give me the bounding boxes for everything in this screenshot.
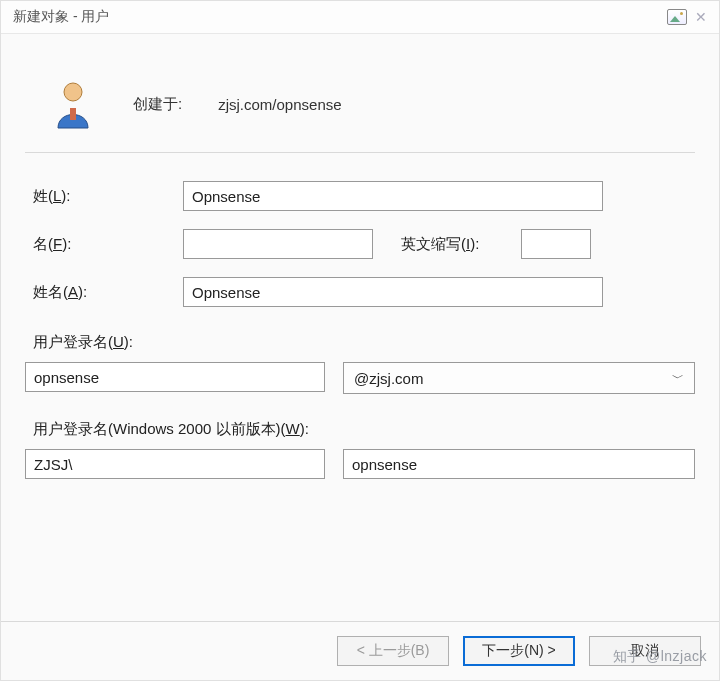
given-input[interactable] [183, 229, 373, 259]
separator [25, 152, 695, 153]
logon-label: 用户登录名(U): [25, 333, 695, 352]
user-icon [49, 75, 97, 133]
back-button: < 上一步(B) [337, 636, 449, 666]
surname-input[interactable] [183, 181, 603, 211]
created-in-label: 创建于: [133, 95, 182, 114]
titlebar: 新建对象 - 用户 ✕ [1, 1, 719, 34]
row-given: 名(F): 英文缩写(I): [25, 229, 695, 259]
initials-label: 英文缩写(I): [401, 235, 521, 254]
next-button[interactable]: 下一步(N) > [463, 636, 575, 666]
pin-icon[interactable]: ✕ [695, 9, 707, 25]
surname-label: 姓(L): [25, 187, 183, 206]
row-surname: 姓(L): [25, 181, 695, 211]
header-row: 创建于: zjsj.com/opnsense [25, 64, 695, 144]
svg-rect-1 [70, 108, 76, 120]
dialog-title: 新建对象 - 用户 [13, 8, 109, 26]
svg-point-0 [64, 83, 82, 101]
upn-domain-select[interactable]: @zjsj.com ﹀ [343, 362, 695, 394]
footer: < 上一步(B) 下一步(N) > 取消 知乎 @lnzjack [1, 621, 719, 680]
fullname-label: 姓名(A): [25, 283, 183, 302]
dialog-new-user: 新建对象 - 用户 ✕ 创建于: zjsj.com/opnsense 姓(L): [0, 0, 720, 681]
row-fullname: 姓名(A): [25, 277, 695, 307]
logon-nt-label: 用户登录名(Windows 2000 以前版本)(W): [25, 420, 695, 439]
image-icon[interactable] [667, 9, 687, 25]
nt-user-input[interactable] [343, 449, 695, 479]
created-in-path: zjsj.com/opnsense [218, 96, 341, 113]
chevron-down-icon: ﹀ [672, 370, 684, 387]
fullname-input[interactable] [183, 277, 603, 307]
row-logon-nt [25, 449, 695, 479]
row-logon: @zjsj.com ﹀ [25, 362, 695, 394]
nt-domain-input [25, 449, 325, 479]
form: 姓(L): 名(F): 英文缩写(I): 姓名(A): [25, 181, 695, 479]
given-label: 名(F): [25, 235, 183, 254]
logon-input[interactable] [25, 362, 325, 392]
upn-domain-value: @zjsj.com [354, 370, 423, 387]
initials-input[interactable] [521, 229, 591, 259]
cancel-button[interactable]: 取消 [589, 636, 701, 666]
